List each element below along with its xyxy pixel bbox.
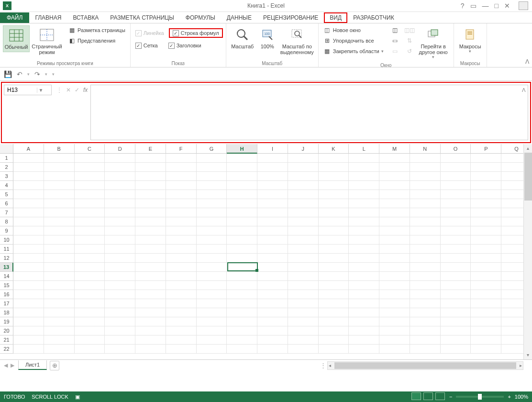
cell[interactable] bbox=[441, 190, 471, 199]
cell[interactable] bbox=[319, 335, 349, 345]
cell[interactable] bbox=[349, 308, 379, 317]
cell[interactable] bbox=[75, 217, 105, 226]
cell[interactable] bbox=[105, 281, 135, 290]
cell[interactable] bbox=[288, 345, 319, 354]
cell[interactable] bbox=[379, 235, 410, 245]
column-header[interactable]: J bbox=[288, 144, 319, 154]
column-header[interactable]: P bbox=[471, 144, 501, 154]
checkbox-icon[interactable]: ✓ bbox=[173, 30, 179, 36]
cell[interactable] bbox=[319, 154, 349, 163]
cell[interactable] bbox=[105, 154, 135, 163]
cell[interactable] bbox=[13, 190, 44, 199]
cell[interactable] bbox=[44, 290, 75, 299]
cell[interactable] bbox=[257, 163, 288, 172]
help-icon[interactable]: ? bbox=[461, 2, 465, 10]
cell[interactable] bbox=[410, 154, 441, 163]
cell[interactable] bbox=[227, 345, 257, 354]
cell[interactable] bbox=[257, 326, 288, 335]
cell[interactable] bbox=[13, 208, 44, 217]
cell[interactable] bbox=[197, 345, 227, 354]
cell[interactable] bbox=[44, 281, 75, 290]
cell[interactable] bbox=[441, 199, 471, 208]
cell[interactable] bbox=[319, 172, 349, 181]
cell-reference-input[interactable] bbox=[4, 86, 37, 94]
formula-expand-icon[interactable]: ᐱ bbox=[522, 87, 526, 93]
cell[interactable] bbox=[135, 181, 166, 190]
cell[interactable] bbox=[75, 226, 105, 235]
cell[interactable] bbox=[227, 245, 257, 254]
cell[interactable] bbox=[349, 245, 379, 254]
cell[interactable] bbox=[44, 235, 75, 245]
cell[interactable] bbox=[288, 326, 319, 335]
cell[interactable] bbox=[471, 199, 501, 208]
column-header[interactable]: N bbox=[410, 144, 441, 154]
row-header[interactable]: 17 bbox=[0, 299, 13, 308]
row-header[interactable]: 11 bbox=[0, 245, 13, 254]
tab-view[interactable]: ВИД bbox=[324, 12, 347, 23]
scroll-right-icon[interactable]: ▸ bbox=[520, 363, 522, 368]
select-all-button[interactable] bbox=[0, 144, 13, 154]
cell[interactable] bbox=[441, 226, 471, 235]
cell[interactable] bbox=[227, 299, 257, 308]
cell[interactable] bbox=[166, 235, 197, 245]
cell[interactable] bbox=[166, 217, 197, 226]
cell[interactable] bbox=[288, 154, 319, 163]
cell[interactable] bbox=[471, 299, 501, 308]
cell[interactable] bbox=[135, 154, 166, 163]
cell[interactable] bbox=[135, 335, 166, 345]
cell[interactable] bbox=[441, 272, 471, 281]
cell[interactable] bbox=[257, 345, 288, 354]
cell[interactable] bbox=[410, 226, 441, 235]
cell[interactable] bbox=[319, 345, 349, 354]
cell[interactable] bbox=[441, 308, 471, 317]
cell[interactable] bbox=[288, 190, 319, 199]
macros-button[interactable]: Макросы ▾ bbox=[457, 25, 484, 56]
pagebreak-view-button[interactable]: Страничный режим bbox=[31, 25, 63, 57]
cell[interactable] bbox=[288, 335, 319, 345]
cell[interactable] bbox=[441, 163, 471, 172]
cell[interactable] bbox=[379, 163, 410, 172]
cell[interactable] bbox=[288, 226, 319, 235]
cell[interactable] bbox=[441, 317, 471, 326]
cell[interactable] bbox=[105, 326, 135, 335]
cell[interactable] bbox=[441, 345, 471, 354]
cell[interactable] bbox=[135, 172, 166, 181]
cell[interactable] bbox=[288, 263, 319, 272]
row-header[interactable]: 18 bbox=[0, 308, 13, 317]
row-header[interactable]: 22 bbox=[0, 345, 13, 354]
row-header[interactable]: 16 bbox=[0, 290, 13, 299]
zoom-button[interactable]: Масштаб bbox=[229, 25, 256, 51]
cell[interactable] bbox=[471, 190, 501, 199]
fx-icon[interactable]: fx bbox=[83, 87, 88, 93]
zoom-in-button[interactable]: + bbox=[508, 394, 510, 400]
cell[interactable] bbox=[227, 163, 257, 172]
cell[interactable] bbox=[379, 326, 410, 335]
cell[interactable] bbox=[227, 263, 257, 272]
cell[interactable] bbox=[166, 299, 197, 308]
ribbon-display-options-icon[interactable]: ▭ bbox=[470, 2, 477, 10]
cell[interactable] bbox=[288, 217, 319, 226]
cell[interactable] bbox=[349, 254, 379, 263]
cell[interactable] bbox=[105, 181, 135, 190]
cell[interactable] bbox=[105, 335, 135, 345]
scrollbar-thumb[interactable] bbox=[524, 153, 532, 201]
column-header[interactable]: F bbox=[166, 144, 197, 154]
cell[interactable] bbox=[44, 163, 75, 172]
cell[interactable] bbox=[135, 226, 166, 235]
row-header[interactable]: 21 bbox=[0, 335, 13, 345]
cell[interactable] bbox=[105, 299, 135, 308]
split-handle-icon[interactable]: ⋮ bbox=[320, 362, 326, 369]
cell[interactable] bbox=[197, 154, 227, 163]
minimize-button[interactable]: — bbox=[482, 2, 489, 10]
row-header[interactable]: 2 bbox=[0, 163, 13, 172]
cell[interactable] bbox=[105, 263, 135, 272]
cell[interactable] bbox=[410, 217, 441, 226]
cell[interactable] bbox=[441, 172, 471, 181]
tab-data[interactable]: ДАННЫЕ bbox=[221, 12, 257, 23]
column-header[interactable]: K bbox=[319, 144, 349, 154]
cell[interactable] bbox=[166, 181, 197, 190]
column-header[interactable]: D bbox=[105, 144, 135, 154]
cell[interactable] bbox=[227, 226, 257, 235]
cell[interactable] bbox=[197, 281, 227, 290]
cell[interactable] bbox=[197, 254, 227, 263]
